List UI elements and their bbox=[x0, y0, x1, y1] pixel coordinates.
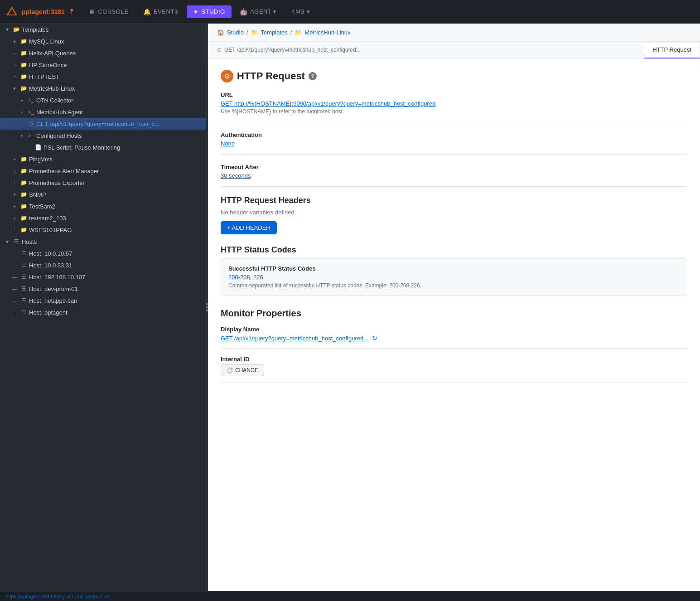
folder-icon-prom-exp: 📁 bbox=[20, 179, 27, 186]
label-host-3: Host: 192.168.10.107 bbox=[29, 274, 85, 281]
breadcrumb-sep-2: / bbox=[290, 29, 292, 36]
label-metricshub-agent: MetricsHub Agent bbox=[36, 109, 83, 116]
folder-icon-httptest: 📁 bbox=[20, 73, 27, 80]
http-section-icon: ⊙ bbox=[221, 70, 233, 82]
status-codes-box: Successful HTTP Status Codes 200-208, 22… bbox=[221, 258, 687, 296]
expand-icon-testsam2-103: + bbox=[11, 214, 18, 222]
sidebar-item-metricshub-linux[interactable]: ▼ 📂 MetricsHub-Linux bbox=[0, 82, 206, 94]
terminal-icon-otel: >_ bbox=[27, 97, 34, 104]
content-area: ⊙ HTTP Request ? URL GET http://%{HOSTNA… bbox=[208, 59, 700, 591]
sidebar-item-host-3[interactable]: — ☰ Host: 192.168.10.107 bbox=[0, 271, 206, 283]
sidebar-item-hp-storeonce[interactable]: + 📁 HP StoreOnce bbox=[0, 59, 206, 71]
expand-icon-host5: — bbox=[11, 297, 18, 304]
internal-id-field: Internal ID 📋 CHANGE bbox=[221, 356, 687, 383]
sidebar-item-hosts-root[interactable]: ▼ ☰ Hosts bbox=[0, 236, 206, 247]
expand-icon-httptest: + bbox=[11, 73, 18, 80]
host-icon-3: ☰ bbox=[20, 273, 27, 281]
display-name-value[interactable]: GET /api/v1/query?query=metricshub_host_… bbox=[221, 335, 368, 342]
sidebar-item-helix-api[interactable]: + 📁 Helix-API Queries bbox=[0, 47, 206, 59]
breadcrumb-studio[interactable]: Studio bbox=[227, 29, 244, 36]
kms-label: KMs ▾ bbox=[291, 8, 310, 15]
sidebar-item-testsam2-103[interactable]: + 📁 testsam2_103 bbox=[0, 212, 206, 224]
agent-label: AGENT ▾ bbox=[250, 8, 277, 15]
status-codes-value[interactable]: 200-208, 226 bbox=[228, 274, 680, 281]
expand-icon-pingvms: + bbox=[11, 155, 18, 163]
console-icon: 🖥 bbox=[89, 8, 96, 15]
folder-icon-mysql: 📁 bbox=[20, 38, 27, 45]
label-host-2: Host: 10.0.33.31 bbox=[29, 262, 72, 269]
change-button[interactable]: 📋 CHANGE bbox=[221, 364, 264, 376]
label-hp-storeonce: HP StoreOnce bbox=[29, 62, 67, 68]
sidebar-item-pingvms[interactable]: + 📁 PingVms bbox=[0, 153, 206, 165]
refresh-icon[interactable]: ↻ bbox=[372, 334, 377, 342]
sidebar-item-mysql-linux[interactable]: + 📁 MySQL Linux bbox=[0, 35, 206, 47]
nav-brand[interactable]: pptagent:3181 📍 bbox=[5, 5, 75, 18]
expand-icon-prom-exp: + bbox=[11, 179, 18, 186]
folder-icon-helix: 📁 bbox=[20, 49, 27, 57]
nav-kms[interactable]: KMs ▾ bbox=[285, 5, 316, 18]
status-url: https://pptagent:3443/#ntry-or1-poc.onbm… bbox=[5, 594, 111, 599]
sidebar-item-otel-collector[interactable]: + >_ OTel Collector bbox=[0, 94, 206, 106]
sidebar-item-httptest[interactable]: + 📁 HTTPTEST bbox=[0, 71, 206, 82]
tab-active-label: HTTP Request bbox=[652, 46, 691, 53]
sidebar-item-metricshub-agent[interactable]: + >_ MetricsHub Agent bbox=[0, 106, 206, 118]
url-value[interactable]: GET http://%{HOSTNAME}:9090/api/v1/query… bbox=[221, 100, 687, 107]
tab-http-request[interactable]: HTTP Request bbox=[644, 42, 700, 58]
sidebar-item-wsfs101ppag[interactable]: + 📁 WSFS101PPAG bbox=[0, 224, 206, 236]
sidebar-item-testsam2[interactable]: + 📁 TestSam2 bbox=[0, 200, 206, 212]
auth-label: Authentication bbox=[221, 131, 687, 138]
sidebar-item-prometheus-exporter[interactable]: + 📁 Prometheus Exporter bbox=[0, 177, 206, 189]
tab-bar: ⊙ GET /api/v1/query?query=metricshub_hos… bbox=[208, 42, 700, 59]
headers-title: HTTP Request Headers bbox=[221, 196, 687, 205]
http-request-label: HTTP Request bbox=[237, 70, 305, 82]
label-helix-api: Helix-API Queries bbox=[29, 50, 76, 57]
nav-studio[interactable]: ✦ STUDIO bbox=[187, 5, 232, 18]
sidebar-item-templates-root[interactable]: ▼ 📂 Templates bbox=[0, 24, 206, 35]
tab-url-display: ⊙ GET /api/v1/query?query=metricshub_hos… bbox=[208, 42, 644, 58]
add-header-button[interactable]: + ADD HEADER bbox=[221, 221, 277, 234]
label-httptest: HTTPTEST bbox=[29, 73, 59, 80]
sidebar-item-host-5[interactable]: — ☰ Host: netapp9-san bbox=[0, 295, 206, 306]
auth-field-group: Authentication None bbox=[221, 131, 687, 155]
expand-icon-get bbox=[18, 120, 25, 127]
expand-icon-wsfs: + bbox=[11, 226, 18, 233]
help-icon[interactable]: ? bbox=[309, 72, 317, 80]
label-testsam2: TestSam2 bbox=[29, 203, 55, 210]
timeout-value[interactable]: 30 seconds bbox=[221, 172, 687, 179]
sidebar-item-host-1[interactable]: — ☰ Host: 10.0.10.57 bbox=[0, 247, 206, 259]
label-host-1: Host: 10.0.10.57 bbox=[29, 250, 72, 257]
sidebar-item-prometheus-alert[interactable]: + 📁 Prometheus Alert Manager bbox=[0, 165, 206, 177]
auth-value[interactable]: None bbox=[221, 140, 687, 147]
resize-handle[interactable] bbox=[206, 24, 208, 591]
status-codes-section: HTTP Status Codes Successful HTTP Status… bbox=[221, 245, 687, 296]
folder-icon-testsam2-103: 📁 bbox=[20, 214, 27, 222]
sidebar-item-host-4[interactable]: — ☰ Host: dev-prom-01 bbox=[0, 283, 206, 295]
bell-icon: 🔔 bbox=[143, 8, 151, 15]
nav-agent[interactable]: 🤖 AGENT ▾ bbox=[233, 5, 283, 18]
tab-url-text: GET /api/v1/query?query=metricshub_host_… bbox=[224, 47, 361, 53]
sidebar: ▼ 📂 Templates + 📁 MySQL Linux + 📁 Helix-… bbox=[0, 24, 206, 591]
status-codes-hint: Comma-separated list of successful HTTP … bbox=[228, 282, 680, 289]
sidebar-item-configured-hosts[interactable]: + >_ Configured Hosts bbox=[0, 130, 206, 141]
timeout-label: Timeout After bbox=[221, 164, 687, 170]
label-otel-collector: OTel Collector bbox=[36, 97, 73, 104]
host-icon-1: ☰ bbox=[20, 250, 27, 257]
breadcrumb-metricshub[interactable]: MetricsHub-Linux bbox=[304, 29, 350, 36]
breadcrumb-templates[interactable]: Templates bbox=[261, 29, 288, 36]
sidebar-item-get-query[interactable]: ⊙ GET /api/v1/query?query=metricshub_hos… bbox=[0, 118, 206, 130]
folder-icon-pingvms: 📁 bbox=[20, 155, 27, 163]
brand-label: pptagent:3181 bbox=[22, 8, 65, 15]
nav-events[interactable]: 🔔 EVENTS bbox=[137, 5, 185, 18]
host-icon-6: ☰ bbox=[20, 309, 27, 316]
sidebar-item-host-6[interactable]: — ☰ Host: pptagent bbox=[0, 306, 206, 318]
sidebar-item-host-2[interactable]: — ☰ Host: 10.0.33.31 bbox=[0, 259, 206, 271]
sidebar-item-psl-script[interactable]: 📄 PSL Script: Pause Monitoring bbox=[0, 141, 206, 153]
expand-icon-helix: + bbox=[11, 49, 18, 57]
nav-console[interactable]: 🖥 CONSOLE bbox=[82, 5, 135, 18]
folder-icon-testsam2: 📁 bbox=[20, 203, 27, 210]
breadcrumb: 🏠 Studio / 📁 Templates / 📁 MetricsHub-Li… bbox=[208, 24, 700, 42]
label-host-5: Host: netapp9-san bbox=[29, 297, 77, 304]
sidebar-item-snmp[interactable]: + 📁 SNMP bbox=[0, 189, 206, 200]
label-templates-root: Templates bbox=[22, 26, 48, 33]
label-prometheus-exporter: Prometheus Exporter bbox=[29, 179, 85, 186]
